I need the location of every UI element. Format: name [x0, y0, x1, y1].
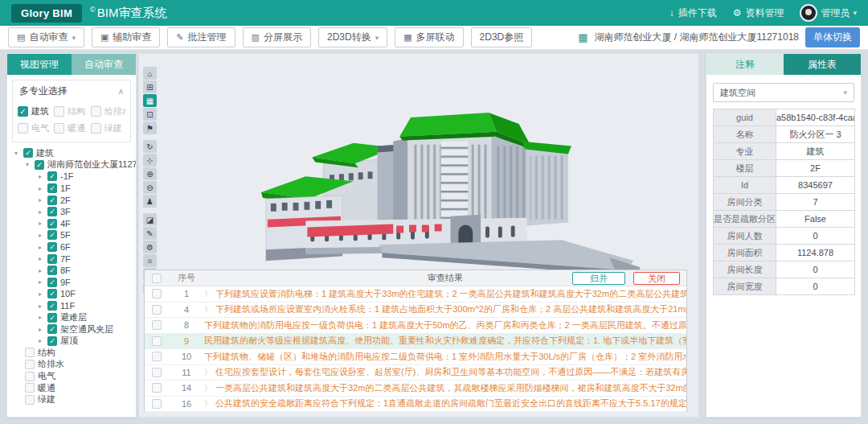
- tree-floor-item[interactable]: ▸✓2F: [7, 194, 136, 206]
- row-checkbox[interactable]: [145, 368, 169, 377]
- checkbox-icon: [152, 305, 162, 315]
- tree-discipline-item[interactable]: 暖通: [7, 382, 136, 394]
- tree-floor-item[interactable]: ▸✓8F: [7, 265, 136, 277]
- avatar[interactable]: [800, 4, 817, 22]
- row-checkbox[interactable]: [145, 383, 169, 393]
- home-icon[interactable]: ⌂: [143, 67, 157, 80]
- expand-arrow-icon: 〉: [204, 290, 212, 298]
- tree-root-building[interactable]: ▾✓建筑: [7, 147, 136, 159]
- collapse-icon[interactable]: ∧: [118, 87, 124, 96]
- toolbar-button-label: 批注管理: [188, 31, 227, 44]
- property-key: 房间面积: [714, 245, 776, 261]
- result-row[interactable]: 8下列建筑物的消防用电应按一级负荷供电：1 建筑高度大于50m的乙、丙类厂房和丙…: [145, 318, 686, 334]
- discipline-checkbox-建筑[interactable]: ✓建筑: [18, 105, 52, 117]
- tree-floor-item[interactable]: ▸✓1F: [7, 183, 136, 195]
- checkbox-icon: ✓: [47, 289, 57, 298]
- discipline-checkbox-结构[interactable]: 结构: [54, 105, 88, 117]
- view-cube-icon[interactable]: ⊞: [143, 80, 157, 93]
- user-menu[interactable]: 管理员 ▾: [800, 4, 857, 22]
- toolbar-button-assist-review[interactable]: ▣辅助审查: [92, 27, 160, 47]
- tree-discipline-item[interactable]: 绿建: [7, 393, 136, 405]
- tree-floor-item[interactable]: ▸✓10F: [7, 288, 136, 300]
- result-row[interactable]: 10下列建筑物、储罐（区）和堆场的消防用电应按二级负荷供电：1 室外消防用水量大…: [145, 349, 686, 365]
- settings-icon[interactable]: ⚙: [143, 241, 157, 253]
- toolbar-button-reference-2d3d[interactable]: 2D3D参照: [471, 27, 533, 47]
- toolbar-button-label: 2D3D参照: [480, 31, 524, 44]
- tree-discipline-item[interactable]: 给排水: [7, 359, 136, 371]
- tab-annotation[interactable]: 注释: [706, 54, 784, 75]
- result-row[interactable]: 11〉住宅应按套型设计，每套住宅应设卧室、起居室(厅)、厨房和卫生间等基本功能空…: [145, 365, 686, 381]
- row-text: 民用建筑的耐火等级应根据建筑高度、使用功能、重要性和火灾扑救难度确定，并应符合下…: [204, 335, 686, 347]
- header-link-data-manage[interactable]: ⚙资料管理: [733, 6, 784, 20]
- discipline-checkbox-电气[interactable]: 电气: [18, 122, 52, 134]
- tab-auto-review[interactable]: 自动审查: [72, 54, 136, 75]
- pan-icon[interactable]: ⊹: [143, 154, 157, 167]
- tree-floor-item[interactable]: ▸✓-1F: [7, 171, 136, 183]
- zoom-in-icon[interactable]: ⊕: [143, 167, 157, 180]
- discipline-checkbox-给排水[interactable]: 给排水: [91, 105, 125, 117]
- header-checkbox[interactable]: [145, 274, 169, 283]
- tree-floor-item[interactable]: ▸✓11F: [7, 300, 136, 312]
- result-row[interactable]: 14〉一类高层公共建筑和建筑高度大于32m的二类高层公共建筑，其疏散楼梯应采用防…: [145, 381, 686, 397]
- result-row[interactable]: 4〉下列建筑或场所应设置室内消火栓系统：1 建筑占地面积大于300m^2的厂房和…: [145, 303, 686, 319]
- merge-button[interactable]: 归并: [572, 272, 625, 285]
- fit-view-icon[interactable]: ⊡: [143, 108, 157, 121]
- toolbar-button-multi-screen-link[interactable]: ▦多屏联动: [395, 27, 463, 47]
- tree-floor-item[interactable]: ▸✓屋顶: [7, 335, 136, 348]
- tree-floor-item[interactable]: ▸✓4F: [7, 218, 136, 230]
- tab-view-manage[interactable]: 视图管理: [7, 54, 72, 75]
- checkbox-icon: [152, 274, 162, 283]
- data-manage-icon: ⚙: [733, 7, 742, 19]
- result-row[interactable]: 1〉下列建筑应设置消防电梯：1 建筑高度大于33m的住宅建筑；2 一类高层公共建…: [145, 286, 686, 303]
- row-checkbox[interactable]: [145, 320, 169, 330]
- tree-floor-item[interactable]: ▸✓9F: [7, 277, 136, 289]
- grid-view-icon[interactable]: ▦: [143, 94, 157, 107]
- model-tree-icon[interactable]: ⌗: [143, 254, 157, 267]
- property-value: 0: [776, 228, 855, 245]
- category-dropdown[interactable]: 建筑空间 ▾: [713, 83, 854, 102]
- header-link-plugin-download[interactable]: ↓插件下载: [669, 6, 717, 20]
- tree-floor-item[interactable]: ▸✓避难层: [7, 311, 136, 323]
- fly-mode-icon[interactable]: ⚑: [143, 121, 157, 134]
- tree-closed-icon: ▸: [36, 220, 44, 227]
- tab-property-table[interactable]: 属性表: [784, 54, 861, 75]
- row-checkbox[interactable]: [145, 352, 169, 361]
- close-button[interactable]: 关闭: [633, 272, 680, 285]
- toolbar-button-split-screen[interactable]: ▥分屏展示: [243, 27, 311, 47]
- tree-floor-item[interactable]: ▸✓6F: [7, 241, 136, 253]
- result-row[interactable]: 16〉公共建筑的安全疏散距离应符合下列规定：1直通疏散走道的房间疏散门至最近安全…: [145, 397, 686, 413]
- walk-icon[interactable]: ♟: [143, 195, 157, 208]
- toolbar-button-annotation-manage[interactable]: ✎批注管理: [167, 27, 235, 47]
- tree-discipline-item[interactable]: 结构: [7, 347, 136, 359]
- expand-arrow-icon: 〉: [204, 368, 212, 377]
- tree-floor-item[interactable]: ▸✓5F: [7, 229, 136, 241]
- tree-floor-item[interactable]: ▸✓7F: [7, 253, 136, 265]
- measure-icon[interactable]: ✎: [143, 227, 157, 240]
- tree-floor-item[interactable]: ▸✓架空通风夹层: [7, 323, 136, 335]
- tree-closed-icon: ▸: [36, 196, 44, 204]
- tree-floor-item[interactable]: ▸✓3F: [7, 206, 136, 218]
- toolbar-button-auto-review[interactable]: ▤自动审查▾: [8, 27, 84, 47]
- result-row[interactable]: 9民用建筑的耐火等级应根据建筑高度、使用功能、重要性和火灾扑救难度确定，并应符合…: [145, 334, 686, 350]
- section-icon[interactable]: ◪: [143, 213, 157, 226]
- property-value: 7: [776, 194, 855, 211]
- discipline-checkbox-绿建[interactable]: 绿建: [91, 122, 125, 134]
- single-switch-button[interactable]: 单体切换: [805, 27, 860, 47]
- row-checkbox[interactable]: [145, 336, 169, 346]
- viewer-3d[interactable]: ⌂⊞▦⊡⚑↻⊹⊕⊖♟◪✎⚙⌗▤▢: [138, 53, 699, 418]
- property-value: 0: [776, 261, 855, 278]
- property-key: 名称: [714, 126, 776, 143]
- orbit-icon[interactable]: ↻: [143, 140, 157, 153]
- row-checkbox[interactable]: [145, 305, 169, 315]
- building-model[interactable]: [260, 98, 641, 285]
- tree-project-node[interactable]: ▾✓湖南师范创业大厦11271018_c5: [7, 159, 136, 171]
- multi-discipline-header[interactable]: 多专业选择 ∧: [13, 80, 130, 101]
- zoom-out-icon[interactable]: ⊖: [143, 181, 157, 194]
- checkbox-icon: [152, 383, 162, 393]
- toolbar-button-convert-2d3d[interactable]: 2D3D转换▾: [318, 27, 387, 47]
- row-checkbox[interactable]: [145, 399, 169, 409]
- bim-review-app: Glory BIM ©BIM审查系统 ↓插件下载⚙资料管理 管理员 ▾ ▤自动审…: [0, 0, 868, 424]
- discipline-checkbox-暖通[interactable]: 暖通: [54, 122, 88, 134]
- tree-discipline-item[interactable]: 电气: [7, 370, 136, 382]
- row-checkbox[interactable]: [145, 289, 169, 298]
